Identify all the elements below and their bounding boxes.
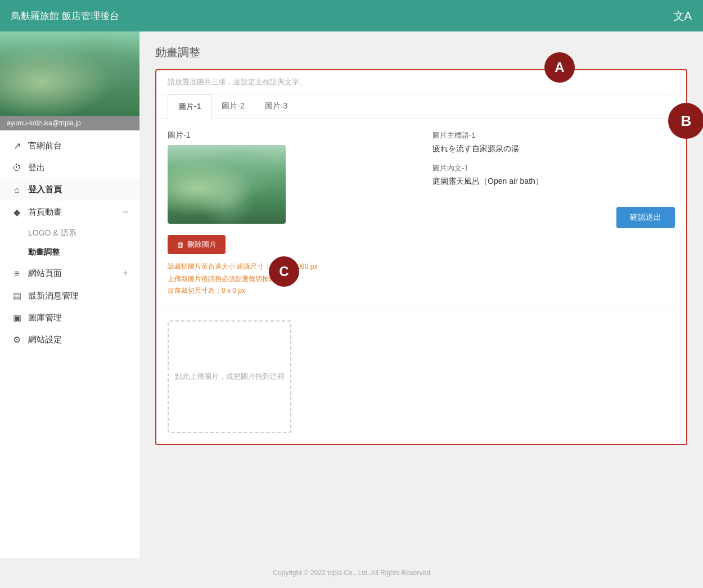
upload-text: 點此上傳圖片，或把圖片拖到這裡 bbox=[175, 372, 285, 382]
gallery-icon: ▣ bbox=[11, 313, 22, 323]
image-section-label: 圖片-1 bbox=[168, 130, 410, 141]
content-field-value: 庭園露天風呂（Open air bath） bbox=[432, 177, 675, 187]
annotation-a: A bbox=[544, 52, 575, 83]
sidebar-item-logout-label: 登出 bbox=[28, 162, 128, 173]
footer-text: Copyright © 2022 tripla Co., Ltd. All Ri… bbox=[273, 569, 430, 577]
delete-button-label: 刪除圖片 bbox=[187, 239, 217, 250]
sidebar-item-gallery[interactable]: ▣ 圖庫管理 bbox=[0, 307, 139, 329]
upload-dropzone[interactable]: 點此上傳圖片，或把圖片拖到這裡 bbox=[168, 320, 291, 433]
news-icon: ▤ bbox=[11, 291, 22, 301]
pages-icon: ≡ bbox=[11, 269, 22, 279]
sidebar-item-pages-label: 網站頁面 bbox=[28, 268, 116, 279]
main-content: 動畫調整 A B 請放置底圖共三張，並設定主標語與文字。 圖片-1 圖片-2 圖… bbox=[139, 31, 703, 558]
delete-image-button[interactable]: 🗑 刪除圖片 bbox=[168, 235, 226, 254]
sidebar-item-gallery-label: 圖庫管理 bbox=[28, 313, 128, 323]
title-field-label: 圖片主標語-1 bbox=[432, 130, 675, 141]
sidebar-item-animation[interactable]: ◆ 首頁動畫 − bbox=[0, 201, 139, 224]
tab-img2[interactable]: 圖片-2 bbox=[211, 94, 254, 119]
footer: Copyright © 2022 tripla Co., Ltd. All Ri… bbox=[0, 558, 703, 588]
sidebar-item-news[interactable]: ▤ 最新消息管理 bbox=[0, 285, 139, 307]
content-field-group: 圖片內文-1 庭園露天風呂（Open air bath） bbox=[432, 163, 675, 187]
confirm-action-area: 確認送出 bbox=[432, 196, 675, 228]
content-field-label: 圖片內文-1 bbox=[432, 163, 675, 173]
user-email: ayumu-koizuka@tripla.jp bbox=[0, 116, 139, 130]
sidebar-item-home-label: 登入首頁 bbox=[28, 184, 128, 195]
sidebar-item-pages[interactable]: ≡ 網站頁面 + bbox=[0, 262, 139, 285]
app-title: 鳥麩羅旅館 飯店管理後台 bbox=[11, 10, 119, 22]
lang-switch[interactable]: 文A bbox=[673, 8, 692, 24]
topbar: 鳥麩羅旅館 飯店管理後台 文A bbox=[0, 0, 703, 31]
section-body: 圖片-1 🗑 刪除圖片 請裁切圖片至合適大小 建議尺寸：1920 × 1080 … bbox=[156, 119, 686, 309]
sidebar-item-logout[interactable]: ⏱ 登出 bbox=[0, 157, 139, 179]
tab-img3[interactable]: 圖片-3 bbox=[255, 94, 298, 119]
sidebar-item-settings-label: 網站設定 bbox=[28, 334, 128, 345]
section-image bbox=[168, 145, 286, 224]
expand-icon: + bbox=[122, 268, 128, 279]
title-field-value: 疲れを流す自家源泉の湯 bbox=[432, 144, 675, 154]
hint-text: 請放置底圖共三張，並設定主標語與文字。 bbox=[156, 70, 686, 94]
confirm-button[interactable]: 確認送出 bbox=[616, 207, 675, 228]
annotation-c: C bbox=[269, 256, 299, 287]
sidebar-item-news-label: 最新消息管理 bbox=[28, 291, 128, 301]
trash-icon: 🗑 bbox=[177, 241, 184, 249]
home-icon: ⌂ bbox=[11, 185, 22, 195]
sidebar-nav: ↗ 官網前台 ⏱ 登出 ⌂ 登入首頁 ◆ 首頁動畫 − LOGO & 語系 動畫… bbox=[0, 130, 139, 558]
sidebar-item-home[interactable]: ⌂ 登入首頁 bbox=[0, 179, 139, 201]
annotation-b: B bbox=[668, 103, 703, 139]
clock-icon: ⏱ bbox=[11, 163, 22, 173]
warning-line-3: 目前裁切尺寸為：0 x 0 px bbox=[168, 285, 410, 297]
collapse-icon: − bbox=[122, 206, 128, 218]
sidebar-item-settings[interactable]: ⚙ 網站設定 bbox=[0, 329, 139, 351]
sidebar-subitem-motion[interactable]: 動畫調整 bbox=[28, 243, 139, 262]
sidebar-item-animation-label: 首頁動畫 bbox=[28, 207, 116, 218]
sidebar-item-official[interactable]: ↗ 官網前台 bbox=[0, 135, 139, 157]
upload-section: C 點此上傳圖片，或把圖片拖到這裡 bbox=[156, 309, 686, 444]
image-tabs: 圖片-1 圖片-2 圖片-3 bbox=[156, 94, 686, 119]
sidebar-subitem-logo[interactable]: LOGO & 語系 bbox=[28, 224, 139, 243]
page-title: 動畫調整 bbox=[155, 45, 687, 60]
sidebar-hero-image bbox=[0, 31, 139, 116]
title-field-group: 圖片主標語-1 疲れを流す自家源泉の湯 bbox=[432, 130, 675, 154]
right-column: 圖片主標語-1 疲れを流す自家源泉の湯 圖片內文-1 庭園露天風呂（Open a… bbox=[432, 130, 675, 297]
sidebar: ayumu-koizuka@tripla.jp ↗ 官網前台 ⏱ 登出 ⌂ 登入… bbox=[0, 31, 139, 558]
main-panel: 請放置底圖共三張，並設定主標語與文字。 圖片-1 圖片-2 圖片-3 圖片-1 bbox=[155, 69, 687, 445]
external-link-icon: ↗ bbox=[11, 141, 22, 151]
tab-img1[interactable]: 圖片-1 bbox=[168, 94, 211, 119]
diamond-icon: ◆ bbox=[11, 207, 22, 218]
gear-icon: ⚙ bbox=[11, 334, 22, 345]
sidebar-item-official-label: 官網前台 bbox=[28, 141, 128, 151]
